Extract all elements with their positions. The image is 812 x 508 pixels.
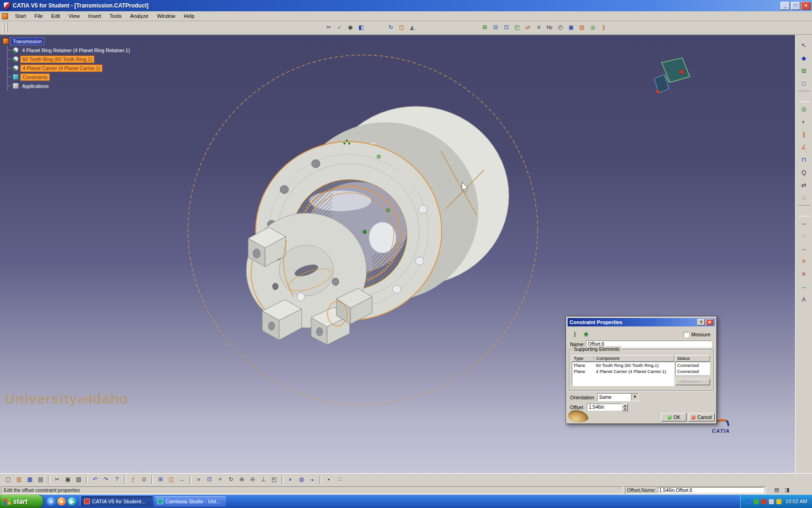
keyboard-icon[interactable]: ▤ [773,486,781,494]
manage-representations-icon[interactable]: ▣ [566,23,576,32]
section-tool-icon[interactable]: ✂ [324,23,334,32]
start-button[interactable]: start [0,495,43,508]
tree-item-constraints[interactable]: Constraints [20,73,50,81]
undo-icon[interactable]: ↶ [90,475,100,484]
print-icon[interactable]: ▤ [36,475,46,484]
task-catia[interactable]: CATIA V5 for Student... [81,496,153,507]
supporting-elements-list[interactable]: Plane 60 Tooth Ring (60 Tooth Ring.1) Pl… [572,362,674,386]
grid-icon[interactable]: ∷ [335,475,344,484]
copy-icon[interactable]: ▣ [63,475,73,484]
normal-view-icon[interactable]: ⊥ [258,475,268,484]
update-assembly-icon[interactable]: ↻ [386,23,396,32]
dialog-title-bar[interactable]: Constraint Properties ? ✕ [568,318,715,326]
fast-multi-instantiation-icon[interactable]: ▤ [577,23,587,32]
insert-product-icon[interactable]: ⊟ [491,23,500,32]
menu-analyze[interactable]: Analyze [126,12,153,20]
firefox-icon[interactable]: ● [57,497,66,506]
snap-icon[interactable]: ◌ [798,230,810,242]
offset-constraint-icon[interactable]: ∥ [599,23,609,32]
offset-spinner[interactable]: ▲▼ [622,404,628,411]
fix-component-icon[interactable]: ⊓ [798,154,810,166]
annotation-icon[interactable]: A [798,294,810,305]
menu-edit[interactable]: Edit [47,12,64,20]
compass[interactable] [654,58,690,93]
coincidence-constraint-icon[interactable]: ◎ [798,103,810,115]
zoom-out-icon[interactable]: ⊖ [248,475,258,484]
change-constraint-icon[interactable]: ⇄ [798,180,810,191]
tree-root-label[interactable]: Transmission [10,38,44,45]
select-icon[interactable]: ↖ [798,40,810,51]
menu-window[interactable]: Window [153,12,180,20]
generate-numbering-icon[interactable]: № [545,23,554,32]
dialog-close-button[interactable]: ✕ [706,319,713,325]
whats-this-icon[interactable]: ? [112,475,122,484]
ok-button[interactable]: OK [661,413,687,421]
clash-analysis-icon[interactable]: ✕ [798,269,810,280]
cut-icon[interactable]: ✂ [52,475,62,484]
manipulation-icon[interactable]: ↔ [798,218,810,229]
status-list[interactable]: ConnectedConnected [675,362,710,375]
multi-view-icon[interactable]: ◰ [269,475,279,484]
menu-file[interactable]: File [30,12,47,20]
network-icon[interactable] [776,499,781,504]
swap-space-icon[interactable]: ◒ [307,475,317,484]
new-document-icon[interactable]: ▢ [3,475,13,484]
minimize-button[interactable]: _ [781,2,790,10]
comment-icon[interactable]: ⊙ [139,475,149,484]
menu-help[interactable]: Help [180,12,199,20]
shading-icon[interactable]: ◐ [286,475,296,484]
column-header-type[interactable]: Type [572,355,594,362]
fit-all-icon[interactable]: ⊡ [204,475,214,484]
menu-start[interactable]: Start [11,12,30,20]
rotate-icon[interactable]: ↻ [226,475,236,484]
insert-part-icon[interactable]: ⊡ [501,23,511,32]
column-header-component[interactable]: Component [594,355,674,362]
task-camtasia[interactable]: Camtasia Studio - Unt... [155,496,226,507]
component-icon[interactable]: ⊞ [798,65,810,77]
menu-view[interactable]: View [64,12,84,20]
coincidence-constraint-icon[interactable]: ◎ [588,23,598,32]
fly-mode-icon[interactable]: » [194,475,203,484]
tree-item-60-tooth-ring[interactable]: 60 Tooth Ring (60 Tooth Ring.1) [20,56,94,63]
catalog-icon[interactable]: ◫ [166,475,176,484]
quick-constraint-icon[interactable]: Q [798,167,810,178]
angle-constraint-icon[interactable]: ∠ [798,142,810,153]
replace-component-icon[interactable]: ⇄ [523,23,533,32]
reconnect-button[interactable]: Reconnect... [675,379,710,385]
chevron-down-icon[interactable]: ▼ [631,394,638,401]
graph-tree-reorder-icon[interactable]: ≡ [534,23,544,32]
internet-explorer-icon[interactable]: e [47,497,55,506]
explode-icon[interactable]: ✳ [798,256,810,267]
recording-icon[interactable] [761,499,766,504]
cancel-button[interactable]: Cancel [688,413,715,421]
power-input[interactable] [658,487,764,493]
properties-icon[interactable]: ▪ [324,475,334,484]
column-header-status[interactable]: Status [675,355,710,362]
measure-between-icon[interactable]: ↔ [798,281,810,293]
measure-icon[interactable]: ↔ [177,475,187,484]
open-icon[interactable]: ▥ [14,475,24,484]
restore-button[interactable]: □ [791,2,800,10]
volume-icon[interactable] [769,499,774,504]
save-icon[interactable]: ▦ [25,475,35,484]
menu-insert[interactable]: Insert [84,12,106,20]
menu-tools[interactable]: Tools [105,12,126,20]
hide-show-icon[interactable]: ◍ [297,475,306,484]
reuse-pattern-icon[interactable]: ∴ [798,192,810,204]
antivirus-icon[interactable] [754,499,759,504]
orientation-dropdown[interactable]: Same ▼ [597,393,639,401]
swap-visible-space-icon[interactable]: ◧ [356,23,366,32]
supporting-element-row[interactable]: Plane 4 Planet Carrier (4 Planet Carrier… [572,368,674,374]
catalog-browser-icon[interactable]: ◫ [397,23,406,32]
product-icon[interactable]: ◆ [798,53,810,64]
insert-existing-component-icon[interactable]: ◰ [512,23,522,32]
dialog-help-button[interactable]: ? [697,319,705,325]
tree-item-applications[interactable]: Applications [20,83,51,89]
media-player-icon[interactable]: ▶ [68,497,76,506]
supporting-element-row[interactable]: Plane 60 Tooth Ring (60 Tooth Ring.1) [572,362,674,368]
pan-icon[interactable]: + [215,475,225,484]
selective-load-icon[interactable]: ◴ [555,23,565,32]
part-icon[interactable]: □ [798,78,810,89]
insert-component-icon[interactable]: ⊞ [480,23,490,32]
close-button[interactable]: ✕ [801,2,811,10]
